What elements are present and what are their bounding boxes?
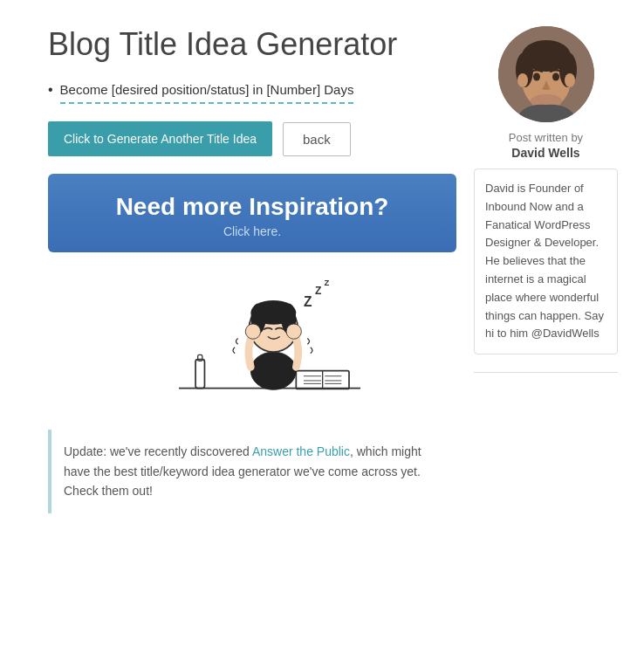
sidebar-divider — [474, 372, 618, 373]
inspiration-main-text: Need more Inspiration? — [65, 193, 439, 221]
svg-rect-1 — [195, 360, 204, 389]
svg-point-29 — [552, 73, 559, 81]
inspiration-sub-text: Click here. — [65, 224, 439, 238]
person-illustration: Z Z Z — [121, 252, 383, 421]
author-name: David Wells — [474, 146, 618, 160]
svg-point-27 — [565, 73, 575, 87]
author-bio: David is Founder of Inbound Now and a Fa… — [474, 169, 618, 354]
svg-text:Z: Z — [304, 294, 312, 309]
answer-the-public-link[interactable]: Answer the Public — [252, 444, 350, 458]
title-result-item: • Become [desired position/status] in [N… — [48, 80, 456, 104]
update-notice: Update: we've recently discovered Answer… — [48, 430, 456, 513]
back-button[interactable]: back — [283, 122, 351, 156]
svg-point-17 — [286, 324, 301, 339]
svg-point-28 — [533, 73, 540, 81]
update-text-before-link: Update: we've recently discovered — [64, 444, 252, 458]
post-written-by-label: Post written by — [474, 131, 618, 144]
action-buttons-row: Click to Generate Another Title Idea bac… — [48, 121, 456, 156]
generate-button[interactable]: Click to Generate Another Title Idea — [48, 121, 272, 156]
svg-point-11 — [250, 352, 296, 389]
inspiration-banner[interactable]: Need more Inspiration? Click here. — [48, 174, 456, 252]
svg-point-16 — [245, 324, 260, 339]
author-bio-text: David is Founder of Inbound Now and a Fa… — [485, 182, 604, 340]
svg-text:Z: Z — [315, 285, 322, 297]
main-content: Blog Title Idea Generator • Become [desi… — [48, 26, 456, 513]
svg-point-26 — [517, 73, 528, 87]
svg-text:Z: Z — [324, 278, 329, 287]
author-avatar — [498, 26, 594, 122]
generated-title-text: Become [desired position/status] in [Num… — [60, 80, 354, 104]
bullet-dot: • — [48, 80, 53, 100]
sidebar: Post written by David Wells David is Fou… — [474, 26, 618, 513]
page-title: Blog Title Idea Generator — [48, 26, 456, 63]
